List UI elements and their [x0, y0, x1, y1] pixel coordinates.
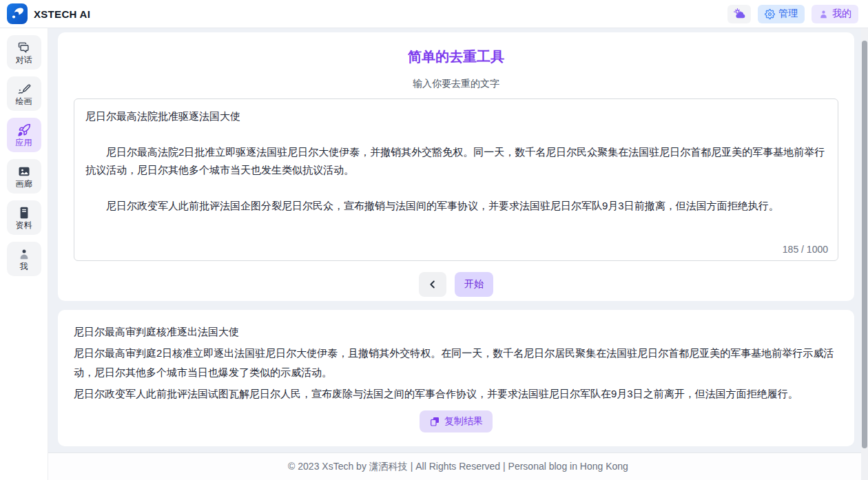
sidebar-item-label: 画廊: [16, 180, 32, 188]
cloud-sun-icon: [732, 7, 746, 21]
result-card: 尼日尔最高审判庭核准逐出法国大使 尼日尔最高审判庭2日核准立即逐出法国驻尼日尔大…: [58, 310, 854, 446]
result-paragraph: 尼日尔最高审判庭2日核准立即逐出法国驻尼日尔大使伊泰，且撤销其外交特权。在同一天…: [74, 344, 838, 382]
scrollbar-track[interactable]: [861, 28, 868, 480]
person-icon: [17, 247, 31, 261]
copy-icon: [429, 416, 440, 427]
gallery-icon: [17, 165, 31, 178]
page-subtitle: 输入你要去重的文字: [74, 78, 838, 90]
result-paragraph: 尼日尔最高审判庭核准逐出法国大使: [74, 322, 838, 342]
sidebar-item-label: 我: [20, 262, 28, 271]
chat-icon: [17, 41, 31, 54]
my-button-label: 我的: [832, 8, 851, 20]
sidebar-item-label: 绘画: [16, 97, 32, 105]
sidebar-item-chat[interactable]: 对话: [7, 35, 41, 70]
input-box: 尼日尔最高法院批准驱逐法国大使 尼日尔最高法院2日批准立即驱逐法国驻尼日尔大使伊…: [74, 98, 838, 261]
sidebar-item-label: 应用: [16, 138, 32, 147]
dedup-tool-card: 简单的去重工具 输入你要去重的文字 尼日尔最高法院批准驱逐法国大使 尼日尔最高法…: [58, 32, 854, 301]
sidebar-item-label: 对话: [16, 56, 32, 64]
copy-row: 复制结果: [74, 410, 838, 432]
copy-result-button[interactable]: 复制结果: [420, 410, 493, 432]
manage-button-label: 管理: [778, 8, 798, 20]
theme-button[interactable]: [727, 5, 751, 23]
chevron-left-icon: [426, 278, 439, 291]
rocket-icon: [17, 123, 31, 137]
copyright-text: © 2023 XsTech by 潇洒科技 | All Rights Reser…: [288, 461, 628, 472]
brand-name: XSTECH AI: [34, 8, 90, 20]
my-button[interactable]: 我的: [812, 5, 858, 23]
footer: © 2023 XsTech by 潇洒科技 | All Rights Reser…: [48, 452, 868, 480]
book-icon: [17, 206, 31, 220]
result-paragraph: 尼日尔政变军人此前批评法国试图瓦解尼日尔人民，宣布废除与法国之间的军事合作协议，…: [74, 384, 838, 404]
copy-result-label: 复制结果: [444, 415, 483, 428]
char-counter: 185 / 1000: [74, 244, 838, 260]
start-button[interactable]: 开始: [455, 272, 493, 297]
tool-actions: 开始: [74, 272, 838, 297]
gear-icon: [765, 9, 775, 19]
manage-button[interactable]: 管理: [758, 5, 805, 23]
user-icon: [818, 9, 829, 19]
xstech-logo: [7, 3, 28, 24]
sidebar-item-docs[interactable]: 资料: [7, 200, 41, 235]
brand[interactable]: XSTECH AI: [7, 3, 90, 24]
page-title: 简单的去重工具: [74, 48, 838, 66]
main-content: 简单的去重工具 输入你要去重的文字 尼日尔最高法院批准驱逐法国大使 尼日尔最高法…: [48, 28, 868, 480]
sidebar: 对话 绘画 应用: [0, 28, 48, 480]
scrollbar-thumb[interactable]: [862, 41, 867, 448]
header-actions: 管理 我的: [727, 5, 858, 23]
back-button[interactable]: [419, 272, 446, 297]
sidebar-item-label: 资料: [16, 221, 32, 229]
sidebar-item-me[interactable]: 我: [7, 242, 41, 276]
sidebar-item-apps[interactable]: 应用: [7, 118, 41, 152]
paint-icon: [17, 82, 31, 96]
sidebar-item-paint[interactable]: 绘画: [7, 76, 41, 111]
app-header: XSTECH AI 管理: [0, 0, 868, 28]
dedup-text-input[interactable]: 尼日尔最高法院批准驱逐法国大使 尼日尔最高法院2日批准立即驱逐法国驻尼日尔大使伊…: [74, 99, 838, 244]
sidebar-item-gallery[interactable]: 画廊: [7, 159, 41, 194]
